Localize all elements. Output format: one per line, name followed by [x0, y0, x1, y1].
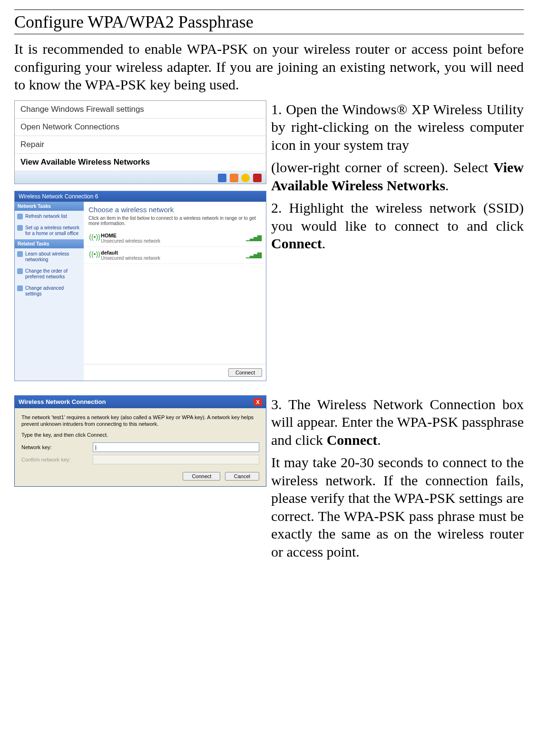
menu-item-open-connections[interactable]: Open Network Connections	[15, 118, 266, 136]
step3-text: 3. The Wireless Network Connection box w…	[271, 395, 524, 449]
main-panel: Choose a wireless network Click an item …	[84, 202, 266, 381]
sidebar-learn[interactable]: Learn about wireless networking	[15, 248, 84, 265]
network-key-dialog: Wireless Network Connection X The networ…	[14, 395, 266, 487]
final-paragraph: It may take 20-30 seconds to connect to …	[271, 453, 524, 560]
network-name: HOME	[101, 233, 246, 238]
tray-icon[interactable]	[253, 174, 262, 182]
signal-bars-icon: ▁▃▅▇	[246, 235, 261, 241]
network-key-label: Network key:	[21, 444, 93, 450]
sidebar-head-tasks: Network Tasks	[15, 202, 84, 211]
dialog-cancel-button[interactable]: Cancel	[225, 472, 259, 481]
network-status: Unsecured wireless network	[101, 238, 246, 244]
wireless-icon[interactable]	[218, 174, 226, 182]
dialog-desc-2: Type the key, and then click Connect.	[21, 432, 259, 439]
menu-item-repair[interactable]: Repair	[15, 136, 266, 154]
sidebar-advanced[interactable]: Change advanced settings	[15, 283, 84, 300]
sidebar: Network Tasks Refresh network list Set u…	[15, 202, 84, 381]
sidebar-order[interactable]: Change the order of preferred networks	[15, 265, 84, 283]
menu-item-firewall[interactable]: Change Windows Firewall settings	[15, 101, 266, 118]
step2-text: 2. Highlight the wireless network (SSID)…	[271, 199, 524, 253]
system-tray	[15, 171, 266, 184]
intro-paragraph: It is recommended to enable WPA-PSK on y…	[14, 40, 524, 94]
main-title: Choose a wireless network	[84, 202, 266, 216]
tray-icon[interactable]	[241, 174, 250, 182]
sidebar-head-related: Related Tasks	[15, 239, 84, 248]
choose-network-figure: Wireless Network Connection 6 Network Ta…	[14, 191, 266, 381]
signal-bars-icon: ▁▃▅▇	[246, 252, 261, 258]
step1-text-a: 1. Open the Windows® XP Wireless Utility…	[271, 100, 524, 154]
dialog-title: Wireless Network Connection	[19, 398, 106, 405]
tray-icon[interactable]	[230, 174, 238, 182]
network-status: Unsecured wireless network	[101, 255, 246, 261]
dialog-desc-1: The network 'test1' requires a network k…	[21, 414, 259, 428]
dialog-connect-button[interactable]: Connect	[183, 472, 220, 481]
confirm-key-input	[93, 455, 259, 464]
network-item-default[interactable]: ((•)) default Unsecured wireless network…	[84, 247, 266, 264]
step1-text-b: (lower-right corner of screen). Select V…	[271, 158, 524, 194]
menu-item-view-networks[interactable]: View Available Wireless Networks	[15, 154, 266, 171]
close-icon[interactable]: X	[254, 398, 262, 406]
main-subtitle: Click an item in the list below to conne…	[84, 216, 266, 230]
sidebar-refresh[interactable]: Refresh network list	[15, 211, 84, 222]
page-title: Configure WPA/WPA2 Passphrase	[14, 10, 524, 34]
window-titlebar: Wireless Network Connection 6	[15, 191, 266, 202]
signal-icon: ((•))	[88, 233, 101, 243]
network-name: default	[101, 250, 246, 255]
sidebar-setup[interactable]: Set up a wireless network for a home or …	[15, 222, 84, 239]
context-menu-figure: Change Windows Firewall settings Open Ne…	[14, 100, 266, 184]
dialog-titlebar: Wireless Network Connection X	[15, 396, 266, 408]
confirm-key-label: Confirm network key:	[21, 457, 93, 462]
network-key-input[interactable]	[93, 442, 259, 452]
signal-icon: ((•))	[88, 250, 101, 260]
connect-button[interactable]: Connect	[228, 368, 262, 377]
network-item-home[interactable]: ((•)) HOME Unsecured wireless network ▁▃…	[84, 230, 266, 247]
